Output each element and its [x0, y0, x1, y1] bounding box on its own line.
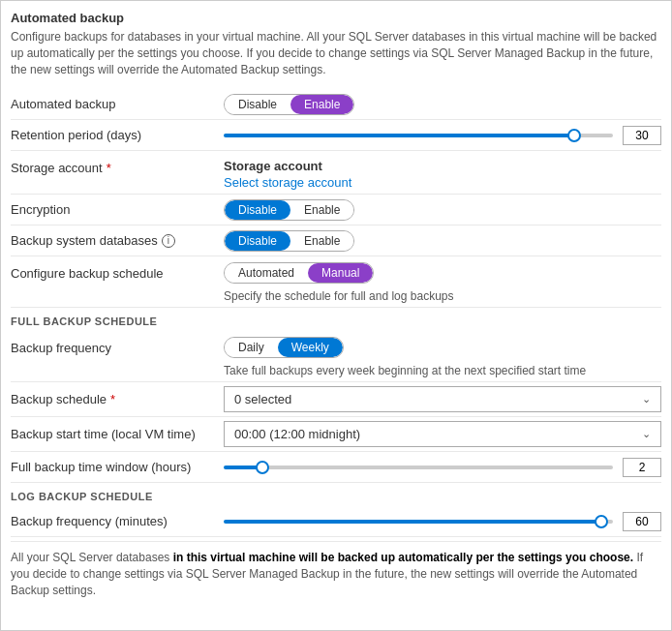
page-description: Configure backups for databases in your …	[11, 29, 661, 77]
backup-start-time-label: Backup start time (local VM time)	[11, 427, 196, 441]
retention-period-label: Retention period (days)	[11, 128, 141, 142]
configure-backup-schedule-label: Configure backup schedule	[11, 266, 164, 281]
storage-account-required: *	[107, 161, 111, 175]
backup-start-time-chevron-icon: ⌄	[642, 428, 651, 440]
bottom-note-bold1: in this virtual machine will be backed u…	[173, 551, 633, 564]
retention-slider-track[interactable]	[224, 134, 613, 137]
retention-slider-thumb[interactable]	[567, 129, 581, 142]
backup-schedule-value: 0 selected	[234, 392, 291, 406]
backup-frequency-daily-btn[interactable]: Daily	[225, 338, 278, 357]
configure-backup-automated-btn[interactable]: Automated	[225, 263, 308, 283]
encryption-label: Encryption	[11, 202, 70, 217]
storage-account-section: Storage account Select storage account	[224, 159, 351, 190]
full-backup-section-header: FULL BACKUP SCHEDULE	[11, 308, 661, 331]
full-backup-time-window-thumb[interactable]	[256, 461, 269, 474]
full-backup-time-window-track[interactable]	[224, 466, 613, 469]
storage-account-link[interactable]: Select storage account	[224, 175, 351, 190]
automated-backup-disable-btn[interactable]: Disable	[225, 95, 290, 114]
backup-frequency-label: Backup frequency	[11, 341, 111, 355]
backup-frequency-weekly-btn[interactable]: Weekly	[278, 338, 343, 357]
backup-system-db-toggle[interactable]: Disable Enable	[224, 230, 354, 252]
page-title: Automated backup	[11, 11, 661, 25]
bottom-note-text1: All your SQL Server databases	[11, 551, 173, 564]
full-backup-time-window-value[interactable]	[623, 458, 661, 477]
backup-frequency-info-text: Take full backups every week beginning a…	[224, 364, 586, 377]
backup-schedule-chevron-icon: ⌄	[642, 393, 651, 406]
encryption-toggle[interactable]: Disable Enable	[224, 199, 354, 221]
log-backup-frequency-value[interactable]	[623, 512, 661, 531]
log-backup-section-header: LOG BACKUP SCHEDULE	[11, 483, 661, 506]
configure-backup-manual-btn[interactable]: Manual	[308, 263, 373, 283]
backup-frequency-toggle[interactable]: Daily Weekly	[224, 337, 344, 358]
bottom-note: All your SQL Server databases in this vi…	[11, 541, 661, 606]
full-backup-time-window-label: Full backup time window (hours)	[11, 460, 191, 474]
backup-schedule-dropdown[interactable]: 0 selected ⌄	[224, 386, 661, 412]
storage-account-section-label: Storage account	[224, 159, 351, 173]
backup-schedule-label: Backup schedule	[11, 392, 107, 406]
backup-system-db-disable-btn[interactable]: Disable	[225, 231, 290, 251]
configure-backup-schedule-toggle[interactable]: Automated Manual	[224, 262, 374, 284]
storage-account-label: Storage account	[11, 161, 103, 175]
automated-backup-enable-btn[interactable]: Enable	[290, 95, 353, 114]
encryption-disable-btn[interactable]: Disable	[225, 200, 290, 220]
log-backup-frequency-label: Backup frequency (minutes)	[11, 514, 168, 528]
backup-start-time-value: 00:00 (12:00 midnight)	[234, 427, 360, 441]
automated-backup-toggle[interactable]: Disable Enable	[224, 94, 354, 115]
log-backup-frequency-thumb[interactable]	[595, 515, 608, 528]
backup-system-db-enable-btn[interactable]: Enable	[290, 231, 353, 251]
log-backup-frequency-track[interactable]	[224, 520, 613, 524]
encryption-enable-btn[interactable]: Enable	[290, 200, 353, 220]
automated-backup-label: Automated backup	[11, 97, 115, 111]
configure-backup-info-text: Specify the schedule for full and log ba…	[224, 289, 453, 303]
retention-period-value[interactable]	[623, 126, 661, 145]
backup-start-time-dropdown[interactable]: 00:00 (12:00 midnight) ⌄	[224, 421, 661, 447]
backup-system-db-label: Backup system databases	[11, 233, 158, 248]
backup-schedule-required: *	[110, 392, 115, 406]
backup-system-db-info-icon[interactable]: i	[162, 234, 175, 248]
